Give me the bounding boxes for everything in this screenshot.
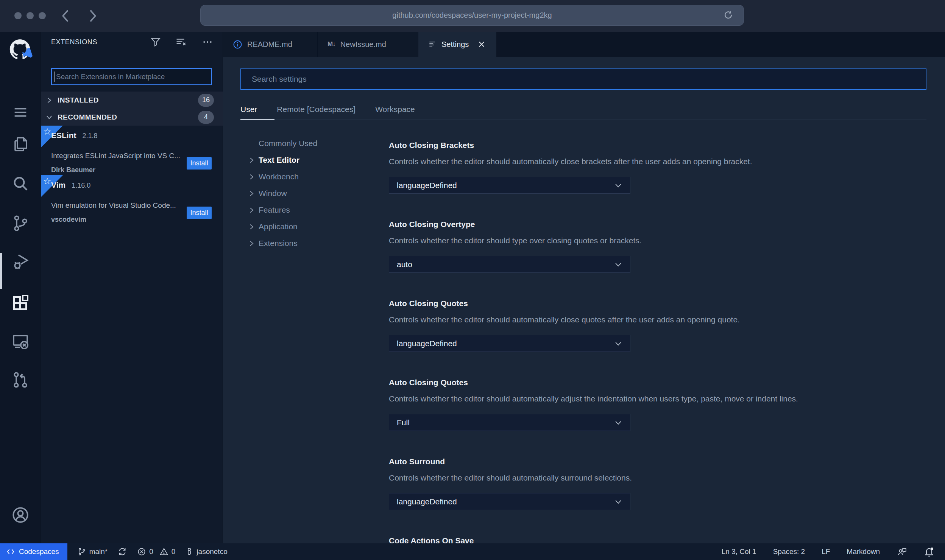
tab-newissue[interactable]: M↓ NewIssue.md bbox=[318, 32, 418, 57]
extension-publisher: vscodevim bbox=[51, 216, 86, 224]
markdown-icon: M↓ bbox=[327, 40, 335, 48]
star-icon: ☆ bbox=[43, 126, 51, 137]
git-branch-icon bbox=[77, 547, 86, 556]
tree-item-workbench[interactable]: Workbench bbox=[244, 168, 380, 185]
window-zoom-button[interactable] bbox=[39, 12, 46, 19]
extension-version: 1.16.0 bbox=[72, 182, 90, 190]
star-icon: ☆ bbox=[43, 176, 51, 187]
info-icon bbox=[233, 40, 242, 49]
tree-item-extensions[interactable]: Extensions bbox=[244, 235, 380, 252]
settings-list-icon bbox=[428, 40, 437, 48]
extensions-search-box bbox=[51, 68, 212, 85]
settings-tree: Commonly Used Text Editor Workbench Wind… bbox=[244, 135, 380, 252]
setting-auto-surround: Auto Surround Controls whether the edito… bbox=[389, 456, 934, 510]
extensions-sidebar: EXTENSIONS INSTALLED 16 RECOMMENDED 4 bbox=[41, 32, 223, 543]
explorer-icon[interactable] bbox=[0, 126, 41, 161]
back-icon[interactable] bbox=[60, 8, 71, 23]
setting-title: Auto Closing Brackets bbox=[389, 140, 934, 151]
user-name: jasonetco bbox=[196, 548, 227, 556]
search-icon[interactable] bbox=[0, 166, 41, 201]
chevron-down-icon bbox=[45, 114, 53, 121]
tab-label: Settings bbox=[441, 40, 469, 49]
eol-indicator[interactable]: LF bbox=[822, 548, 830, 556]
dropdown-value: languageDefined bbox=[397, 497, 614, 506]
setting-dropdown[interactable]: languageDefined bbox=[389, 177, 630, 194]
url-bar[interactable]: github.com/codespaces/user-my-project-mg… bbox=[200, 5, 744, 26]
feedback-icon[interactable] bbox=[897, 547, 907, 557]
status-bar: Codespaces main* 0 0 jasonetco bbox=[0, 543, 945, 560]
dropdown-value: languageDefined bbox=[397, 339, 614, 348]
dropdown-value: auto bbox=[397, 260, 614, 269]
account-icon[interactable] bbox=[0, 498, 41, 532]
remote-label: Codespaces bbox=[19, 548, 59, 556]
url-text: github.com/codespaces/user-my-project-mg… bbox=[392, 11, 552, 20]
notifications-bell-icon[interactable] bbox=[924, 546, 934, 557]
extension-item-vim[interactable]: ☆ Vim 1.16.0 Vim emulation for Visual St… bbox=[41, 175, 223, 225]
extension-item-eslint[interactable]: ☆ ESLint 2.1.8 Integrates ESLint JavaScr… bbox=[41, 126, 223, 175]
settings-search-input[interactable] bbox=[240, 68, 926, 90]
tree-item-application[interactable]: Application bbox=[244, 218, 380, 235]
sidebar-title: EXTENSIONS bbox=[51, 38, 97, 46]
source-control-icon[interactable] bbox=[0, 206, 41, 241]
remote-icon bbox=[6, 547, 15, 556]
branch-name: main* bbox=[89, 548, 108, 556]
scope-tab-user[interactable]: User bbox=[240, 105, 257, 114]
setting-dropdown[interactable]: languageDefined bbox=[389, 335, 630, 352]
user-indicator[interactable]: jasonetco bbox=[185, 547, 227, 556]
error-count: 0 bbox=[149, 548, 153, 556]
chevron-right-icon bbox=[45, 96, 53, 104]
section-installed[interactable]: INSTALLED 16 bbox=[41, 92, 223, 109]
sync-button[interactable] bbox=[117, 547, 127, 557]
extension-name: Vim bbox=[51, 180, 65, 190]
pull-requests-icon[interactable] bbox=[0, 362, 41, 397]
setting-title: Auto Closing Quotes bbox=[389, 298, 934, 309]
setting-title: Auto Surround bbox=[389, 456, 934, 467]
close-icon[interactable] bbox=[477, 40, 486, 48]
activity-bar bbox=[0, 32, 41, 543]
tab-settings[interactable]: Settings bbox=[418, 32, 496, 57]
section-recommended[interactable]: RECOMMENDED 4 bbox=[41, 109, 223, 126]
sync-icon bbox=[117, 547, 127, 557]
clear-extension-search-icon[interactable] bbox=[175, 36, 188, 48]
tree-item-window[interactable]: Window bbox=[244, 185, 380, 202]
language-mode[interactable]: Markdown bbox=[847, 548, 880, 556]
chevron-down-icon bbox=[614, 181, 622, 190]
tab-label: README.md bbox=[247, 40, 292, 49]
forward-icon[interactable] bbox=[87, 8, 98, 23]
install-button[interactable]: Install bbox=[187, 157, 212, 170]
indentation[interactable]: Spaces: 2 bbox=[773, 548, 805, 556]
run-and-debug-icon[interactable] bbox=[0, 244, 41, 279]
reload-icon[interactable] bbox=[723, 10, 734, 21]
cursor-position[interactable]: Ln 3, Col 1 bbox=[722, 548, 756, 556]
extension-publisher: Dirk Baeumer bbox=[51, 166, 95, 174]
extensions-search-input[interactable] bbox=[55, 73, 211, 81]
chevron-right-icon bbox=[248, 157, 255, 164]
chevron-right-icon bbox=[248, 173, 255, 180]
setting-dropdown[interactable]: auto bbox=[389, 256, 630, 273]
branch-indicator[interactable]: main* bbox=[77, 547, 108, 556]
codespaces-remote-button[interactable]: Codespaces bbox=[0, 543, 67, 560]
section-label: INSTALLED bbox=[58, 96, 99, 104]
chevron-down-icon bbox=[614, 260, 622, 269]
setting-auto-closing-quotes: Auto Closing Quotes Controls whether the… bbox=[389, 298, 934, 352]
tree-item-features[interactable]: Features bbox=[244, 202, 380, 218]
chevron-right-icon bbox=[248, 240, 255, 247]
scope-tab-remote[interactable]: Remote [Codespaces] bbox=[277, 105, 356, 114]
window-minimize-button[interactable] bbox=[27, 12, 34, 19]
tree-item-text-editor[interactable]: Text Editor bbox=[244, 152, 380, 168]
tab-readme[interactable]: README.md bbox=[223, 32, 318, 57]
more-actions-icon[interactable] bbox=[201, 36, 214, 48]
extensions-icon[interactable] bbox=[0, 285, 41, 320]
setting-dropdown[interactable]: languageDefined bbox=[389, 493, 630, 510]
scope-divider bbox=[240, 120, 926, 120]
window-close-button[interactable] bbox=[14, 12, 22, 19]
setting-dropdown[interactable]: Full bbox=[389, 414, 630, 431]
tree-item-commonly-used[interactable]: Commonly Used bbox=[244, 135, 380, 152]
problems-indicator[interactable]: 0 0 bbox=[137, 547, 175, 556]
menu-icon[interactable] bbox=[0, 95, 41, 130]
filter-icon[interactable] bbox=[150, 36, 161, 48]
setting-description: Controls whether the editor should autom… bbox=[389, 314, 934, 325]
scope-tab-workspace[interactable]: Workspace bbox=[375, 105, 415, 114]
install-button[interactable]: Install bbox=[187, 207, 212, 219]
remote-explorer-icon[interactable] bbox=[0, 324, 41, 359]
